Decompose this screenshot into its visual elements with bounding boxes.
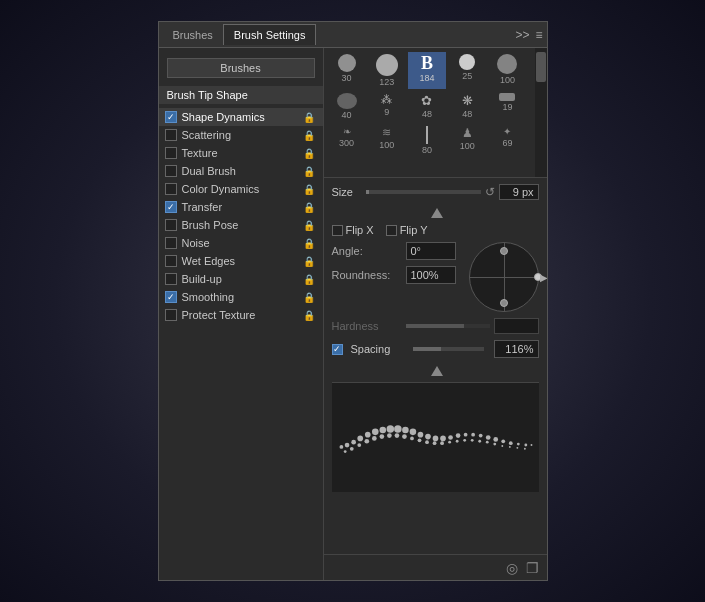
brush-cell-184[interactable]: B 184 [408, 52, 446, 89]
lock-icon-smoothing[interactable]: 🔒 [303, 292, 315, 303]
svg-point-19 [478, 434, 482, 438]
roundness-value[interactable]: 100% [406, 266, 456, 284]
angle-dot-top[interactable] [500, 247, 508, 255]
checkbox-dual-brush[interactable] [165, 165, 177, 177]
lock-icon-transfer[interactable]: 🔒 [303, 202, 315, 213]
svg-point-25 [524, 444, 527, 447]
checkbox-smoothing[interactable] [165, 291, 177, 303]
svg-point-23 [508, 441, 512, 445]
lock-icon-brush-pose[interactable]: 🔒 [303, 220, 315, 231]
brush-cell-25[interactable]: 25 [448, 52, 486, 89]
brush-cell-19[interactable]: 19 [488, 91, 526, 122]
brush-cell-48a[interactable]: ✿ 48 [408, 91, 446, 122]
sidebar-label-color-dynamics: Color Dynamics [182, 183, 260, 195]
spacing-check-label[interactable]: Spacing [332, 343, 403, 355]
lock-icon-noise[interactable]: 🔒 [303, 238, 315, 249]
spacing-slider[interactable] [413, 347, 484, 351]
sidebar-label-protect-texture: Protect Texture [182, 309, 256, 321]
brush-cell-69[interactable]: ✦ 69 [488, 124, 526, 157]
sidebar-item-build-up[interactable]: Build-up 🔒 [159, 270, 323, 288]
menu-icon[interactable]: ≡ [535, 28, 542, 42]
size-value[interactable]: 9 px [499, 184, 539, 200]
brush-cell-300[interactable]: ❧ 300 [328, 124, 366, 157]
forward-icon[interactable]: >> [515, 28, 529, 42]
checkbox-scattering[interactable] [165, 129, 177, 141]
reset-size-icon[interactable]: ↺ [485, 185, 495, 199]
eye-icon[interactable]: ◎ [506, 560, 518, 576]
brush-cell-100c[interactable]: ♟ 100 [448, 124, 486, 157]
bottom-bar: ◎ ❐ [324, 554, 547, 580]
svg-point-18 [471, 433, 475, 437]
brush-cell-30[interactable]: 30 [328, 52, 366, 89]
angle-dot-bottom[interactable] [500, 299, 508, 307]
lock-icon-wet-edges[interactable]: 🔒 [303, 256, 315, 267]
lock-icon-color-dynamics[interactable]: 🔒 [303, 184, 315, 195]
spacing-label: Spacing [351, 343, 391, 355]
svg-point-11 [417, 432, 423, 438]
lock-icon-shape-dynamics[interactable]: 🔒 [303, 112, 315, 123]
checkbox-shape-dynamics[interactable] [165, 111, 177, 123]
lock-icon-build-up[interactable]: 🔒 [303, 274, 315, 285]
sidebar-item-shape-dynamics[interactable]: Shape Dynamics 🔒 [159, 108, 323, 126]
hardness-row: Hardness [332, 318, 539, 334]
svg-point-1 [344, 443, 349, 448]
sidebar-item-dual-brush[interactable]: Dual Brush 🔒 [159, 162, 323, 180]
svg-point-42 [455, 440, 458, 443]
sidebar-item-color-dynamics[interactable]: Color Dynamics 🔒 [159, 180, 323, 198]
flip-row: Flip X Flip Y [332, 224, 539, 236]
sidebar-item-scattering[interactable]: Scattering 🔒 [159, 126, 323, 144]
page-icon[interactable]: ❐ [526, 560, 539, 576]
sidebar-item-protect-texture[interactable]: Protect Texture 🔒 [159, 306, 323, 324]
svg-point-45 [478, 440, 481, 443]
tab-brushes[interactable]: Brushes [163, 25, 223, 45]
sidebar-item-smoothing[interactable]: Smoothing 🔒 [159, 288, 323, 306]
lock-icon-scattering[interactable]: 🔒 [303, 130, 315, 141]
checkbox-transfer[interactable] [165, 201, 177, 213]
lock-icon-protect-texture[interactable]: 🔒 [303, 310, 315, 321]
sidebar-item-wet-edges[interactable]: Wet Edges 🔒 [159, 252, 323, 270]
svg-point-31 [371, 436, 376, 441]
scrollbar-thumb[interactable] [536, 52, 546, 82]
checkbox-wet-edges[interactable] [165, 255, 177, 267]
brush-tip-shape-header[interactable]: Brush Tip Shape [159, 86, 323, 104]
flip-x-checkbox[interactable] [332, 225, 343, 236]
brush-cell-48b[interactable]: ❋ 48 [448, 91, 486, 122]
size-slider-track[interactable] [366, 190, 481, 194]
lock-icon-dual-brush[interactable]: 🔒 [303, 166, 315, 177]
sidebar-item-transfer[interactable]: Transfer 🔒 [159, 198, 323, 216]
brush-num-48a: 48 [422, 109, 432, 119]
checkbox-texture[interactable] [165, 147, 177, 159]
svg-point-27 [343, 450, 346, 453]
flip-y-option[interactable]: Flip Y [386, 224, 428, 236]
lock-icon-texture[interactable]: 🔒 [303, 148, 315, 159]
brush-cell-80[interactable]: 80 [408, 124, 446, 157]
checkbox-build-up[interactable] [165, 273, 177, 285]
brushes-button[interactable]: Brushes [167, 58, 315, 78]
brush-cell-123[interactable]: 123 [368, 52, 406, 89]
sidebar-item-brush-pose[interactable]: Brush Pose 🔒 [159, 216, 323, 234]
hardness-value[interactable] [494, 318, 539, 334]
brush-cell-100[interactable]: 100 [488, 52, 526, 89]
checkbox-protect-texture[interactable] [165, 309, 177, 321]
sidebar-item-texture[interactable]: Texture 🔒 [159, 144, 323, 162]
brush-cell-100b[interactable]: ≋ 100 [368, 124, 406, 157]
checkbox-noise[interactable] [165, 237, 177, 249]
brush-cell-40[interactable]: 40 [328, 91, 366, 122]
hardness-slider[interactable] [406, 324, 490, 328]
flip-x-option[interactable]: Flip X [332, 224, 374, 236]
angle-label: Angle: [332, 245, 402, 257]
tab-brush-settings[interactable]: Brush Settings [223, 24, 317, 45]
angle-widget[interactable]: ▶ [469, 242, 539, 312]
angle-value[interactable]: 0° [406, 242, 456, 260]
svg-point-35 [402, 434, 407, 439]
spacing-value[interactable]: 116% [494, 340, 539, 358]
flip-y-checkbox[interactable] [386, 225, 397, 236]
sidebar-item-noise[interactable]: Noise 🔒 [159, 234, 323, 252]
svg-point-20 [485, 435, 490, 440]
brush-grid-area: 30 123 B 184 25 [324, 48, 547, 178]
brush-cell-9[interactable]: ⁂ 9 [368, 91, 406, 122]
spacing-checkbox[interactable] [332, 344, 343, 355]
brush-grid-scrollbar[interactable] [535, 48, 547, 177]
checkbox-brush-pose[interactable] [165, 219, 177, 231]
checkbox-color-dynamics[interactable] [165, 183, 177, 195]
